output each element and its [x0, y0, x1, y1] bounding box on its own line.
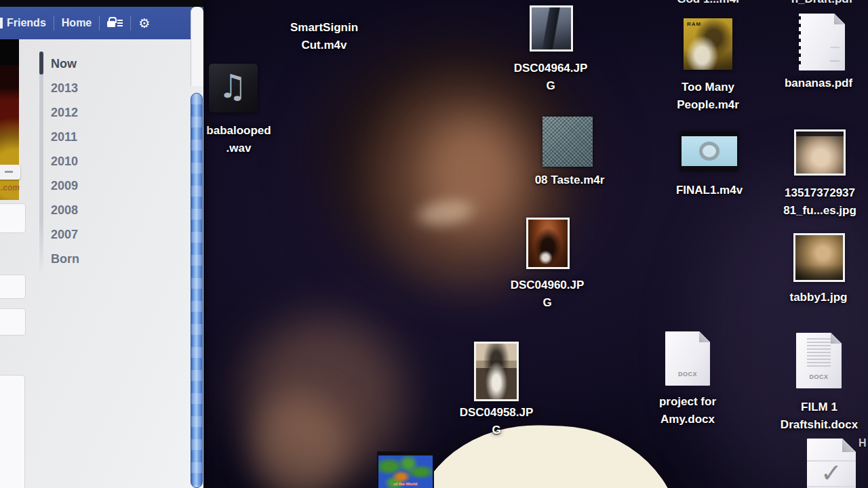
- nav-divider: [130, 16, 131, 30]
- nav-friends[interactable]: Friends: [7, 17, 46, 29]
- screen: SmartSigninCut.m4vDSC04964.JPGRAMToo Man…: [0, 0, 868, 488]
- dsc04960-jpg-thumbnail: [526, 218, 570, 269]
- photo-overlay-button[interactable]: [0, 165, 20, 180]
- lock-icon: [107, 21, 115, 27]
- feed-card: [0, 203, 26, 233]
- clipped-nav-icon: [0, 18, 3, 28]
- babalooped-wav-label: babalooped.wav: [206, 122, 271, 157]
- facebook-window: Friends Home ⚙ .com Now20132012201120102…: [0, 0, 203, 488]
- too-many-people-m4r-thumbnail: RAM: [684, 18, 732, 70]
- profile-photo-strip: .com: [0, 39, 19, 200]
- nav-home[interactable]: Home: [62, 17, 92, 29]
- 1351737293781-fu-es-jpg-thumbnail: [794, 129, 846, 176]
- feed-card: [0, 308, 26, 336]
- timeline-active-marker: [39, 52, 43, 75]
- page-fold-corner-icon: [699, 331, 710, 342]
- timeline-year-2012[interactable]: 2012: [51, 100, 79, 125]
- feed-card: [0, 375, 25, 488]
- tabby1-jpg-label: tabby1.jpg: [789, 289, 847, 306]
- list-lines-icon: [117, 20, 123, 27]
- bananas-pdf-label: bananas.pdf: [785, 75, 852, 92]
- timeline-year-2011[interactable]: 2011: [51, 125, 79, 149]
- feed-card: [0, 274, 26, 299]
- timeline-year-now[interactable]: Now: [51, 52, 79, 76]
- timeline-year-2013[interactable]: 2013: [51, 76, 79, 100]
- scrollbar-thumb[interactable]: [191, 93, 203, 488]
- dsc04958-jpg-label: DSC04958.JPG: [460, 404, 534, 439]
- project-for-amy-docx-thumbnail: DOCX: [665, 331, 710, 386]
- timeline-year-2007[interactable]: 2007: [51, 222, 79, 247]
- timeline-year-2008[interactable]: 2008: [51, 198, 79, 222]
- watermark-text: .com: [0, 183, 20, 192]
- page-fold-corner-icon: [831, 333, 842, 344]
- timeline-year-2010[interactable]: 2010: [51, 149, 79, 174]
- 08-taste-m4r-label: 08 Taste.m4r: [535, 171, 605, 189]
- project-for-amy-docx-icon-text: DOCX: [665, 371, 710, 378]
- clipped-icon-label-god-m4r[interactable]: God 1...m4r: [677, 0, 741, 6]
- film-1-draftshit-docx-icon-text: DOCX: [796, 373, 842, 380]
- bananas-pdf-thumbnail: [793, 14, 845, 70]
- babalooped-wav-thumbnail: [209, 64, 258, 113]
- too-many-people-m4r-label: Too ManyPeople.m4r: [677, 79, 739, 114]
- 1351737293781-fu-es-jpg-label: 1351737293781_fu...es.jpg: [783, 184, 856, 220]
- tabby1-jpg-thumbnail: [793, 233, 845, 282]
- world-map-video-thumbnail: of the World: [377, 451, 434, 488]
- dsc04964-jpg-thumbnail: [530, 5, 573, 52]
- timeline-year-2009[interactable]: 2009: [51, 174, 79, 198]
- world-map-video-icon-text: of the World: [377, 482, 434, 486]
- 08-taste-m4r-thumbnail: [542, 117, 593, 167]
- nav-divider: [99, 16, 100, 30]
- too-many-people-m4r-icon-text: RAM: [687, 21, 701, 27]
- nav-divider: [54, 16, 54, 30]
- clipped-right-edge-label[interactable]: H: [859, 437, 867, 449]
- dsc04964-jpg-label: DSC04964.JPG: [514, 60, 588, 95]
- facebook-page: .com Now2013201220112010200920082007Born: [0, 39, 203, 488]
- film-1-draftshit-docx-thumbnail: DOCX: [796, 333, 842, 388]
- timeline-year-born[interactable]: Born: [51, 247, 79, 271]
- smartsignin-cut-m4v-label: SmartSigninCut.m4v: [290, 19, 358, 54]
- timeline-track: [39, 52, 43, 275]
- scrollbar-track[interactable]: [191, 7, 203, 86]
- dsc04958-jpg-thumbnail: [474, 342, 519, 401]
- final1-m4v-label: FINAL1.m4v: [676, 182, 743, 199]
- clipped-icon-label-n-draft-pdf[interactable]: n_Draft.pdf: [791, 0, 853, 6]
- film-1-draftshit-docx-label: FILM 1Draftshit.docx: [781, 399, 858, 434]
- project-for-amy-docx-label: project forAmy.docx: [659, 393, 716, 428]
- facebook-nav-bar: Friends Home ⚙: [0, 7, 203, 39]
- dsc04960-jpg-label: DSC04960.JPG: [511, 277, 585, 312]
- privacy-shortcuts-lock-icon[interactable]: [107, 20, 123, 27]
- timeline-years: Now2013201220112010200920082007Born: [51, 52, 79, 271]
- page-fold-corner-icon: [834, 14, 845, 24]
- window-top-strip: [0, 0, 203, 7]
- settings-gear-icon[interactable]: ⚙: [138, 17, 150, 30]
- final1-m4v-thumbnail: [680, 131, 738, 171]
- checked-doc-thumbnail: [807, 439, 856, 488]
- page-fold-corner-icon: [842, 439, 856, 452]
